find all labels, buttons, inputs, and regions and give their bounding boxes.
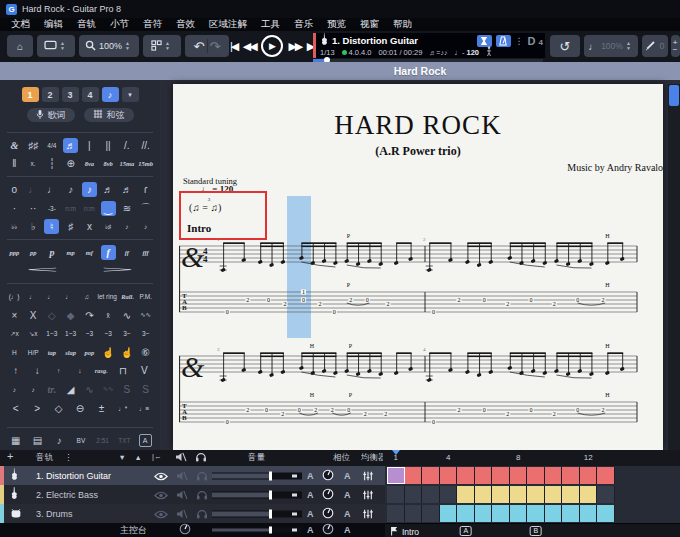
palette-button[interactable]: rasg. <box>94 363 109 378</box>
palette-button[interactable]: ♪ <box>82 182 97 197</box>
pan-automation-button[interactable]: A <box>344 490 351 500</box>
system-1-staff[interactable]: &44TAB12PP02021020202HH02020202 <box>179 230 657 338</box>
menu-item-音效[interactable]: 音效 <box>169 18 202 31</box>
section-marker-B[interactable]: B <box>529 526 542 536</box>
timeline-cell[interactable] <box>475 486 493 503</box>
palette-button[interactable]: /. <box>119 138 134 153</box>
fast-forward-button[interactable]: ▶▶ <box>288 40 301 53</box>
palette-button[interactable]: //. <box>138 138 153 153</box>
palette-button[interactable]: > <box>30 401 45 416</box>
master-pan-knob[interactable] <box>322 521 334 537</box>
palette-button[interactable]: 8va <box>82 156 97 171</box>
palette-button[interactable]: | <box>82 138 97 153</box>
menu-item-区域注解[interactable]: 区域注解 <box>202 18 254 31</box>
playback-speed-control[interactable]: ♩ 100% ▲▼ <box>584 35 638 57</box>
timeline-cell[interactable] <box>580 486 598 503</box>
palette-button[interactable]: ♮ <box>44 219 59 234</box>
palette-button[interactable]: ↑ <box>51 363 66 378</box>
transpose-value[interactable]: 0 <box>659 41 664 51</box>
timeline-cell[interactable] <box>562 505 580 522</box>
palette-button[interactable]: ♪ <box>52 433 67 448</box>
palette-button[interactable]: & <box>7 138 22 153</box>
add-track-button[interactable]: + <box>7 450 13 462</box>
rewind-button[interactable]: ◀◀ <box>243 40 256 53</box>
palette-button[interactable]: ♭♭ <box>7 219 22 234</box>
palette-button[interactable]: ppp <box>7 245 22 260</box>
undo-button[interactable]: ↶ <box>194 39 205 54</box>
palette-button[interactable]: n:m <box>82 201 97 216</box>
voice-filter-button[interactable]: ▼ <box>122 87 139 102</box>
palette-button[interactable]: n:m <box>63 201 78 216</box>
lyrics-button[interactable]: 歌词 <box>27 108 75 122</box>
palette-button[interactable]: ▦ <box>8 433 23 448</box>
master-volume-slider[interactable] <box>212 528 302 533</box>
palette-button[interactable]: 8vb <box>101 156 116 171</box>
menu-item-编辑[interactable]: 编辑 <box>37 18 70 31</box>
palette-button[interactable]: tr. <box>44 382 59 397</box>
master-gain-knob[interactable] <box>179 521 191 537</box>
swing-feel-label[interactable]: ♬=♪♪ <box>429 49 447 56</box>
palette-button[interactable]: P.M. <box>138 289 153 304</box>
palette-button[interactable]: ♯ <box>63 219 78 234</box>
palette-button[interactable]: ♬ <box>119 182 134 197</box>
mute-all-icon[interactable] <box>175 452 187 464</box>
timeline-cell[interactable] <box>422 467 440 484</box>
palette-button[interactable]: ↷ <box>82 308 97 323</box>
conductor-icon[interactable] <box>486 46 492 59</box>
palette-button[interactable]: f <box>101 245 116 260</box>
system-2-staff[interactable]: &TAB34HHPP0202022022HH02020202 <box>179 340 657 448</box>
palette-button[interactable]: mp <box>63 245 78 260</box>
zoom-value[interactable]: 100% <box>99 41 122 51</box>
palette-button[interactable]: ♩ <box>61 289 76 304</box>
timeline-cell[interactable] <box>562 467 580 484</box>
palette-button[interactable]: (♩) <box>7 289 22 304</box>
menu-item-音符[interactable]: 音符 <box>136 18 169 31</box>
song-timeline[interactable]: 14812 Intro AB <box>385 450 680 537</box>
volume-automation-button[interactable]: A <box>307 509 314 519</box>
visibility-toggle[interactable] <box>154 505 168 523</box>
palette-button[interactable]: ◇ <box>44 308 59 323</box>
palette-button[interactable]: ♪ <box>63 182 78 197</box>
mute-toggle[interactable] <box>176 505 188 523</box>
palette-button[interactable]: ☝ <box>119 345 134 360</box>
palette-button[interactable]: ♩ <box>43 289 58 304</box>
timeline-cell[interactable] <box>510 486 528 503</box>
palette-button[interactable]: ∿ <box>82 382 97 397</box>
home-button[interactable]: ⌂ <box>7 35 33 57</box>
palette-button[interactable]: ♪ <box>138 219 153 234</box>
palette-button[interactable]: ↓ <box>72 363 87 378</box>
timeline-cell[interactable] <box>597 467 615 484</box>
transpose-control[interactable]: 0 <box>642 35 668 57</box>
palette-button[interactable]: X <box>26 308 41 323</box>
timeline-cell[interactable] <box>527 486 545 503</box>
menu-item-小节[interactable]: 小节 <box>103 18 136 31</box>
palette-button[interactable]: ɾ <box>138 182 153 197</box>
palette-button[interactable]: o <box>7 182 22 197</box>
palette-button[interactable]: let ring <box>97 289 117 304</box>
palette-button[interactable]: ~3 <box>101 326 116 341</box>
menu-item-文档[interactable]: 文档 <box>4 18 37 31</box>
menu-item-预览[interactable]: 预览 <box>320 18 353 31</box>
mute-toggle[interactable] <box>176 486 188 504</box>
palette-button[interactable]: ⊖ <box>72 401 87 416</box>
palette-button[interactable]: ♭ <box>26 219 41 234</box>
timeline-cell[interactable] <box>440 486 458 503</box>
redo-button[interactable]: ↷ <box>210 39 221 54</box>
palette-button[interactable]: ≋ <box>119 201 134 216</box>
palette-button[interactable]: ↑ <box>8 363 23 378</box>
palette-button[interactable]: ◢ <box>63 382 78 397</box>
palette-button[interactable]: ♬ <box>63 138 78 153</box>
speed-spinner[interactable]: ▲▼ <box>626 41 631 51</box>
timeline-cell[interactable] <box>387 486 405 503</box>
palette-button[interactable]: ± <box>94 401 109 416</box>
palette-button[interactable]: ‖ <box>7 156 22 171</box>
layout-spinner[interactable]: ▲▼ <box>165 41 170 51</box>
timeline-cell[interactable] <box>527 467 545 484</box>
palette-button[interactable]: || <box>101 138 116 153</box>
eq-button[interactable] <box>362 467 374 485</box>
menu-item-音轨[interactable]: 音轨 <box>70 18 103 31</box>
palette-button[interactable]: tap <box>44 345 59 360</box>
menu-item-帮助[interactable]: 帮助 <box>386 18 419 31</box>
palette-button[interactable]: ⌒ <box>138 201 153 216</box>
timeline-cell[interactable] <box>422 505 440 522</box>
